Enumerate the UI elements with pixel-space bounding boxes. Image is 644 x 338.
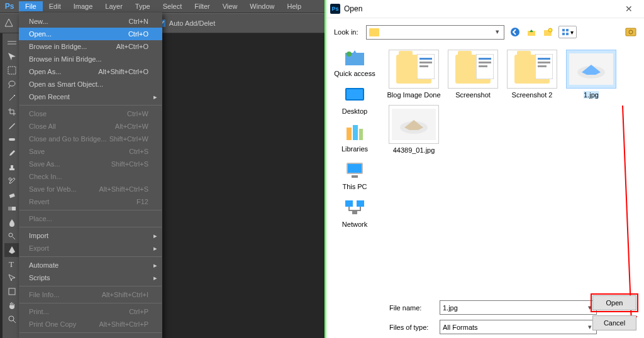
menu-item-open[interactable]: Open...Ctrl+O	[19, 28, 162, 40]
file-item[interactable]: Screenshot	[446, 50, 500, 99]
svg-rect-17	[9, 168, 14, 170]
open-dialog: Ps Open ✕ Look in: ▾ ▾	[326, 0, 644, 338]
file-list[interactable]: Blog Image DoneScreenshotScreenshot 21.j…	[383, 46, 644, 297]
menu-edit[interactable]: Edit	[43, 1, 67, 11]
svg-rect-22	[8, 207, 12, 210]
gradient-tool[interactable]	[4, 202, 19, 215]
open-button[interactable]: Open	[592, 295, 636, 310]
svg-point-26	[9, 316, 14, 321]
stamp-tool[interactable]	[4, 160, 19, 174]
menu-layer[interactable]: Layer	[99, 1, 129, 11]
place-network[interactable]: Network	[342, 198, 367, 228]
menu-item-open-as[interactable]: Open As...Alt+Shift+Ctrl+O	[19, 65, 162, 78]
menu-help[interactable]: Help	[280, 1, 308, 11]
pen-tool[interactable]	[4, 243, 19, 257]
menu-filter[interactable]: Filter	[188, 1, 216, 11]
places-bar: Quick access Desktop Libraries This PC N…	[326, 46, 383, 297]
grip-icon	[4, 36, 19, 50]
pen-tool-icon	[4, 18, 15, 29]
chevron-down-icon: ▾	[570, 29, 574, 36]
menu-item-import[interactable]: Import	[19, 229, 162, 242]
type-tool[interactable]: T	[4, 257, 19, 271]
svg-point-28	[511, 28, 519, 36]
svg-rect-56	[479, 58, 491, 60]
filetype-select[interactable]: All Formats ▾	[440, 320, 597, 334]
zoom-tool[interactable]	[4, 312, 19, 326]
views-menu[interactable]: ▾	[558, 26, 577, 38]
file-item[interactable]: 44389_01.jpg	[387, 105, 441, 154]
menu-item-close-all: Close AllAlt+Ctrl+W	[19, 120, 162, 133]
file-menu-dropdown: New...Ctrl+NOpen...Ctrl+OBrowse in Bridg…	[19, 13, 162, 338]
menu-item-browse-in-mini-bridge[interactable]: Browse in Mini Bridge...	[19, 53, 162, 65]
menu-window[interactable]: Window	[243, 1, 280, 11]
auto-add-delete-label: Auto Add/Delet	[169, 19, 215, 27]
svg-rect-13	[8, 67, 16, 74]
crop-tool[interactable]	[4, 105, 19, 119]
menu-view[interactable]: View	[216, 1, 244, 11]
menu-item-open-recent[interactable]: Open Recent	[19, 90, 162, 103]
brush-tool[interactable]	[4, 146, 19, 160]
place-libraries[interactable]: Libraries	[341, 123, 368, 153]
up-folder-icon[interactable]	[526, 26, 537, 38]
file-item[interactable]: 1.jpg	[564, 50, 618, 99]
heal-tool[interactable]	[4, 133, 19, 146]
menubar: Ps FileEditImageLayerTypeSelectFilterVie…	[0, 0, 325, 13]
menu-item-browse-in-bridge[interactable]: Browse in Bridge...Alt+Ctrl+O	[19, 40, 162, 53]
file-item[interactable]: Blog Image Done	[387, 50, 441, 99]
svg-rect-47	[352, 175, 358, 178]
auto-add-delete-checkbox[interactable]: Auto Add/Delet	[155, 18, 215, 29]
menu-type[interactable]: Type	[129, 1, 157, 11]
place-quick-access[interactable]: Quick access	[334, 47, 375, 77]
svg-rect-20	[9, 194, 15, 198]
vault-icon[interactable]	[625, 26, 636, 38]
history-brush-tool[interactable]	[4, 174, 19, 188]
svg-rect-49	[357, 200, 364, 207]
menu-item-automate[interactable]: Automate	[19, 259, 162, 271]
svg-rect-42	[347, 128, 352, 140]
place-desktop[interactable]: Desktop	[342, 85, 367, 115]
menu-select[interactable]: Select	[157, 1, 189, 11]
svg-rect-60	[538, 58, 550, 60]
menu-file[interactable]: File	[19, 1, 43, 11]
menu-item-export: Export	[19, 242, 162, 254]
menu-image[interactable]: Image	[67, 1, 99, 11]
svg-text:T: T	[9, 259, 14, 268]
wand-tool[interactable]	[4, 91, 19, 105]
menu-item-save-for-web: Save for Web...Alt+Shift+Ctrl+S	[19, 183, 162, 195]
eyedropper-tool[interactable]	[4, 119, 19, 133]
svg-point-39	[347, 52, 352, 57]
dodge-tool[interactable]	[4, 229, 19, 243]
svg-rect-12	[8, 43, 16, 45]
lasso-tool[interactable]	[4, 77, 19, 91]
svg-point-15	[14, 95, 15, 96]
svg-point-19	[9, 178, 11, 180]
cancel-button[interactable]: Cancel	[592, 315, 636, 330]
menu-item-place: Place...	[19, 212, 162, 225]
menu-item-scripts[interactable]: Scripts	[19, 271, 162, 284]
svg-rect-53	[419, 62, 432, 63]
svg-rect-43	[353, 125, 358, 140]
lookin-select[interactable]: ▾	[366, 25, 504, 40]
svg-rect-58	[479, 65, 487, 67]
new-folder-icon[interactable]	[542, 26, 553, 38]
menu-item-revert: RevertF12	[19, 195, 162, 208]
blur-tool[interactable]	[4, 215, 19, 229]
svg-rect-52	[419, 58, 432, 60]
path-select-tool[interactable]	[4, 271, 19, 285]
svg-rect-36	[626, 28, 636, 36]
place-this-pc[interactable]: This PC	[342, 160, 367, 190]
shape-tool[interactable]	[4, 285, 19, 298]
menu-item-open-as-smart-object[interactable]: Open as Smart Object...	[19, 78, 162, 90]
menu-item-exit[interactable]: ExitCtrl+Q	[19, 335, 162, 338]
close-button[interactable]: ✕	[616, 1, 641, 17]
menu-item-new[interactable]: New...Ctrl+N	[19, 15, 162, 28]
marquee-tool[interactable]	[4, 63, 19, 77]
eraser-tool[interactable]	[4, 188, 19, 202]
svg-rect-48	[345, 200, 353, 207]
move-tool[interactable]	[4, 50, 19, 63]
file-item[interactable]: Screenshot 2	[505, 50, 559, 99]
svg-rect-16	[9, 138, 15, 141]
back-icon[interactable]	[509, 26, 521, 38]
filename-input[interactable]: 1.jpg ▾	[440, 300, 597, 315]
hand-tool[interactable]	[4, 298, 19, 312]
